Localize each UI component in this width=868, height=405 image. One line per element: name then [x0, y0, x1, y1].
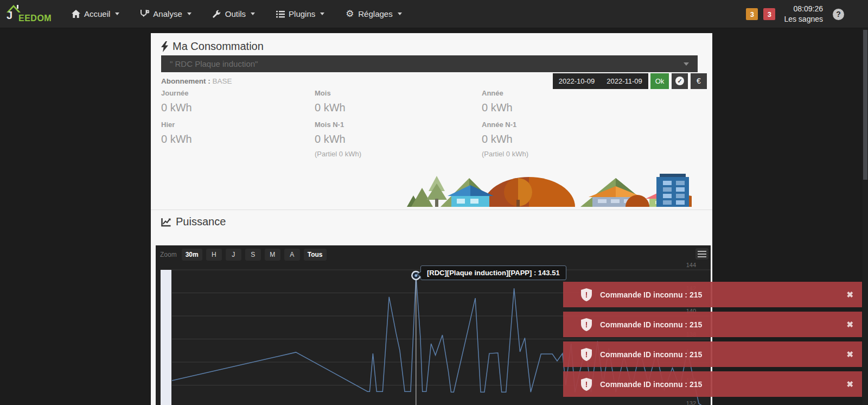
range-button-all[interactable]: Tous: [304, 249, 327, 261]
current-time: 08:09:26: [784, 4, 823, 14]
error-toast[interactable]: ! Commande ID inconnu : 215 ✖: [563, 371, 862, 397]
range-button-30m[interactable]: 30m: [182, 249, 202, 261]
chart-range-selector: Zoom 30m H J S M A Tous: [160, 249, 327, 261]
shield-alert-icon: !: [581, 288, 592, 301]
date-from-input[interactable]: 2022-10-09: [553, 73, 601, 89]
bolt-icon: [161, 41, 168, 52]
svg-text:!: !: [585, 289, 588, 299]
home-icon: [71, 9, 80, 18]
date-to-input[interactable]: 2022-11-09: [601, 73, 648, 89]
caret-down-icon: [115, 12, 119, 15]
stat-value: 0 kWh: [315, 102, 361, 114]
chart-menu-icon[interactable]: [695, 248, 709, 260]
stat-value: 0 kWh: [315, 133, 361, 145]
menu-label: Accueil: [84, 9, 110, 18]
caret-down-icon: [320, 12, 324, 15]
question-circle-icon[interactable]: ?: [833, 9, 844, 20]
logo-brand-text: EEDOM: [18, 14, 52, 23]
error-count-badge[interactable]: 3: [763, 8, 775, 20]
stethoscope-icon: [140, 9, 149, 18]
range-button-week[interactable]: S: [245, 249, 261, 261]
stat-value: 0 kWh: [482, 133, 528, 145]
menu-accueil[interactable]: Accueil: [61, 0, 130, 28]
toast-message: Commande ID inconnu : 215: [600, 290, 702, 299]
chart-tooltip: [RDC][Plaque induction][PAPP] : 143.51: [420, 265, 566, 280]
page-scrollbar[interactable]: [863, 28, 868, 405]
warning-count-badge[interactable]: 3: [746, 8, 758, 20]
caret-down-icon: [251, 12, 255, 15]
menu-label: Analyse: [153, 9, 182, 18]
toast-message: Commande ID inconnu : 215: [600, 350, 702, 359]
subscription-value: BASE: [213, 77, 232, 85]
close-icon[interactable]: ✖: [843, 288, 857, 302]
stat-note: (Partiel 0 kWh): [315, 150, 361, 158]
caret-down-icon: [187, 12, 192, 15]
menu-label: Outils: [225, 9, 246, 18]
stat-label: Journée: [161, 89, 192, 97]
list-icon: [276, 9, 285, 18]
y-axis-label: 144: [686, 262, 696, 268]
clock-block: 08:09:26 Les sagnes: [784, 4, 823, 24]
svg-text:!: !: [585, 319, 588, 328]
caret-down-icon: [398, 12, 402, 15]
power-title: Puissance: [176, 216, 226, 228]
stat-label: Hier: [161, 121, 192, 129]
toast-message: Commande ID inconnu : 215: [600, 380, 702, 389]
chart-left-scrollbar: [161, 270, 171, 405]
stat-label: Mois N-1: [315, 121, 361, 129]
object-name: Les sagnes: [784, 14, 823, 24]
scrollbar-thumb[interactable]: [863, 30, 867, 180]
menu-outils[interactable]: Outils: [202, 0, 265, 28]
stat-value: 0 kWh: [161, 102, 192, 114]
stats-column-day: Journée 0 kWh Hier 0 kWh: [161, 89, 192, 152]
gear-icon: ⚙: [345, 9, 354, 18]
stat-value: 0 kWh: [482, 102, 528, 114]
svg-text:!: !: [585, 379, 588, 388]
shield-alert-icon: !: [581, 348, 592, 361]
toast-message: Commande ID inconnu : 215: [600, 320, 702, 329]
error-toast[interactable]: ! Commande ID inconnu : 215 ✖: [563, 282, 862, 307]
range-button-month[interactable]: M: [265, 249, 280, 261]
top-navbar: J EEDOM Accueil Analyse: [0, 0, 868, 28]
validate-button[interactable]: ✓: [672, 73, 688, 89]
menu-label: Réglages: [358, 9, 392, 18]
svg-text:!: !: [585, 349, 588, 358]
consumption-header: Ma Consommation: [161, 40, 264, 53]
consumption-title: Ma Consommation: [173, 40, 264, 53]
range-button-hour[interactable]: H: [206, 249, 222, 261]
equipment-select[interactable]: " RDC Plaque induction": [161, 55, 698, 72]
range-button-year[interactable]: A: [284, 249, 300, 261]
ok-button[interactable]: Ok: [650, 73, 669, 89]
wrench-icon: [212, 9, 221, 18]
subscription-text: Abonnement : BASE: [161, 77, 232, 85]
close-icon[interactable]: ✖: [843, 347, 857, 362]
chart-line-icon: [161, 217, 171, 227]
menu-reglages[interactable]: ⚙ Réglages: [335, 0, 412, 28]
menu-plugins[interactable]: Plugins: [265, 0, 335, 28]
euro-button[interactable]: €: [691, 73, 707, 89]
close-icon[interactable]: ✖: [843, 377, 857, 391]
stat-label: Année N-1: [482, 121, 528, 129]
subscription-row: Abonnement : BASE 2022-10-09 2022-11-09 …: [161, 73, 707, 89]
zoom-label: Zoom: [160, 251, 177, 258]
stats-column-year: Année 0 kWh Année N-1 0 kWh (Partiel 0 k…: [482, 89, 528, 158]
stats-column-month: Mois 0 kWh Mois N-1 0 kWh (Partiel 0 kWh…: [315, 89, 361, 158]
equipment-select-value: " RDC Plaque induction": [170, 59, 258, 68]
panel-divider: [151, 210, 712, 210]
error-toast[interactable]: ! Commande ID inconnu : 215 ✖: [563, 341, 862, 367]
navbar-right: 3 3 08:09:26 Les sagnes ?: [746, 0, 844, 28]
jeedom-logo[interactable]: J EEDOM: [5, 2, 53, 27]
power-header: Puissance: [161, 216, 226, 228]
menu-label: Plugins: [289, 9, 315, 18]
error-toast[interactable]: ! Commande ID inconnu : 215 ✖: [563, 312, 862, 337]
range-button-day[interactable]: J: [226, 249, 241, 261]
check-circle-icon: ✓: [675, 77, 684, 85]
date-range-controls: 2022-10-09 2022-11-09 Ok ✓ €: [553, 73, 707, 89]
stat-label: Mois: [315, 89, 361, 97]
y-axis-label: 132: [686, 400, 696, 405]
subscription-label: Abonnement :: [161, 77, 210, 85]
close-icon[interactable]: ✖: [843, 318, 857, 332]
menu-analyse[interactable]: Analyse: [130, 0, 201, 28]
shield-alert-icon: !: [581, 318, 592, 331]
stat-value: 0 kWh: [161, 133, 192, 145]
